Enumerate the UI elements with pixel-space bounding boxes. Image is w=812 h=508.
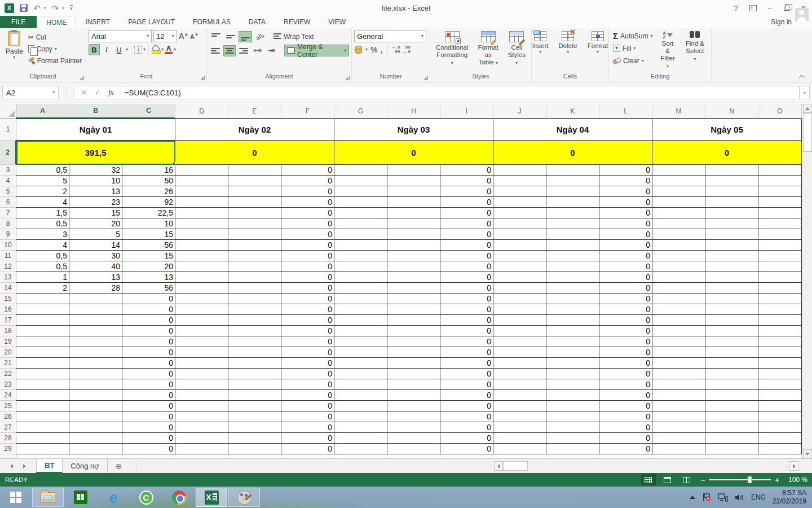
cell-I22[interactable]: 0 — [440, 369, 493, 379]
cell-styles-button[interactable]: CellStyles ▾ — [505, 30, 529, 72]
horizontal-scrollbar[interactable] — [494, 461, 798, 471]
redo-dropdown-icon[interactable]: ▾ — [62, 6, 64, 11]
cell-G12[interactable] — [334, 261, 387, 272]
tab-insert[interactable]: INSERT — [76, 16, 119, 28]
cell-A13[interactable]: 1 — [16, 272, 69, 283]
cell-B20[interactable] — [69, 347, 122, 358]
tab-formulas[interactable]: FORMULAS — [184, 16, 240, 28]
cell-G28[interactable] — [334, 433, 387, 444]
cell-D7[interactable] — [175, 208, 228, 218]
tab-file[interactable]: FILE — [0, 16, 37, 28]
cell-D15[interactable] — [175, 294, 228, 304]
middle-align-button[interactable] — [224, 31, 237, 42]
row-header-6[interactable]: 6 — [0, 197, 16, 208]
cell-G8[interactable] — [334, 218, 387, 229]
cell-D9[interactable] — [175, 229, 228, 240]
row-header-29[interactable]: 29 — [0, 444, 16, 454]
cell-B4[interactable]: 10 — [69, 176, 122, 186]
day-header-2[interactable]: Ngày 02 — [175, 119, 334, 141]
cell-M22[interactable] — [652, 369, 705, 379]
accounting-dropdown-icon[interactable]: ▾ — [365, 47, 368, 52]
cell-E20[interactable] — [228, 347, 281, 358]
cell-N21[interactable] — [705, 358, 758, 369]
cell-M17[interactable] — [652, 315, 705, 326]
cell-I9[interactable]: 0 — [440, 229, 493, 240]
cell-N23[interactable] — [705, 379, 758, 390]
cell-L11[interactable]: 0 — [599, 251, 652, 261]
row-header-5[interactable]: 5 — [0, 186, 16, 197]
cell-B15[interactable] — [69, 294, 122, 304]
cell-O22[interactable] — [758, 369, 802, 379]
undo-icon[interactable]: ↶ — [33, 4, 41, 12]
cell-A29[interactable] — [16, 444, 69, 454]
page-layout-view-button[interactable] — [660, 474, 675, 485]
format-cells-button[interactable]: Format▾ — [584, 30, 611, 72]
comma-style-icon[interactable]: , — [380, 47, 382, 52]
cell-O25[interactable] — [758, 401, 802, 411]
cell-H25[interactable] — [387, 401, 440, 411]
cell-H7[interactable] — [387, 208, 440, 218]
cell-N7[interactable] — [705, 208, 758, 218]
cell-B30[interactable] — [69, 454, 122, 458]
clear-button[interactable]: Clear▾ — [611, 55, 654, 67]
customize-qat-icon[interactable]: ▾ — [70, 5, 73, 11]
cell-H4[interactable] — [387, 176, 440, 186]
cell-B8[interactable]: 20 — [69, 218, 122, 229]
cell-M10[interactable] — [652, 240, 705, 251]
cell-G6[interactable] — [334, 197, 387, 208]
cell-K8[interactable] — [546, 218, 599, 229]
number-dialog-launcher-icon[interactable] — [424, 76, 428, 80]
cell-M12[interactable] — [652, 261, 705, 272]
cell-L29[interactable]: 0 — [599, 444, 652, 454]
increase-decimal-icon[interactable]: ←.0.00 — [392, 45, 400, 54]
cell-H23[interactable] — [387, 379, 440, 390]
scroll-left-icon[interactable] — [494, 461, 503, 471]
cell-K22[interactable] — [546, 369, 599, 379]
orientation-button[interactable]: ab▾ — [253, 31, 267, 42]
cell-G21[interactable] — [334, 358, 387, 369]
cell-C9[interactable]: 15 — [122, 229, 175, 240]
save-icon[interactable] — [20, 4, 28, 12]
cell-D10[interactable] — [175, 240, 228, 251]
cell-B18[interactable] — [69, 326, 122, 336]
cell-J23[interactable] — [493, 379, 546, 390]
align-left-button[interactable] — [209, 45, 222, 56]
cell-C14[interactable]: 56 — [122, 283, 175, 294]
bold-button[interactable]: B — [89, 44, 100, 55]
align-center-button[interactable] — [223, 45, 236, 56]
cell-M25[interactable] — [652, 401, 705, 411]
cell-F13[interactable]: 0 — [281, 272, 334, 283]
cell-H3[interactable] — [387, 165, 440, 176]
cell-B16[interactable] — [69, 304, 122, 315]
cell-O3[interactable] — [758, 165, 802, 176]
cell-I26[interactable]: 0 — [440, 411, 493, 422]
cell-H22[interactable] — [387, 369, 440, 379]
row-header-28[interactable]: 28 — [0, 433, 16, 444]
wrap-text-button[interactable]: Wrap Text — [273, 31, 314, 42]
font-family-combo[interactable]: Arial▾ — [89, 30, 152, 42]
cell-E16[interactable] — [228, 304, 281, 315]
font-color-dropdown-icon[interactable]: ▾ — [174, 47, 176, 52]
confirm-entry-icon[interactable]: ✓ — [95, 89, 100, 97]
cell-A9[interactable]: 3 — [16, 229, 69, 240]
cell-F17[interactable]: 0 — [281, 315, 334, 326]
cell-G25[interactable] — [334, 401, 387, 411]
copy-button[interactable]: Copy▾ — [27, 43, 83, 55]
cell-L17[interactable]: 0 — [599, 315, 652, 326]
name-box[interactable]: A2▾ — [2, 86, 59, 99]
cell-D12[interactable] — [175, 261, 228, 272]
cell-L30[interactable] — [599, 454, 652, 458]
cell-G10[interactable] — [334, 240, 387, 251]
cell-E17[interactable] — [228, 315, 281, 326]
cell-G23[interactable] — [334, 379, 387, 390]
cell-K24[interactable] — [546, 390, 599, 401]
cell-B14[interactable]: 28 — [69, 283, 122, 294]
cell-F8[interactable]: 0 — [281, 218, 334, 229]
formula-bar-grip[interactable]: ⋮ — [63, 89, 69, 97]
column-header-B[interactable]: B — [69, 104, 122, 119]
cell-G18[interactable] — [334, 326, 387, 336]
tab-splitter-grip[interactable]: ⋮ — [134, 459, 140, 473]
tab-page-layout[interactable]: PAGE LAYOUT — [119, 16, 184, 28]
cell-D8[interactable] — [175, 218, 228, 229]
cell-N30[interactable] — [705, 454, 758, 458]
